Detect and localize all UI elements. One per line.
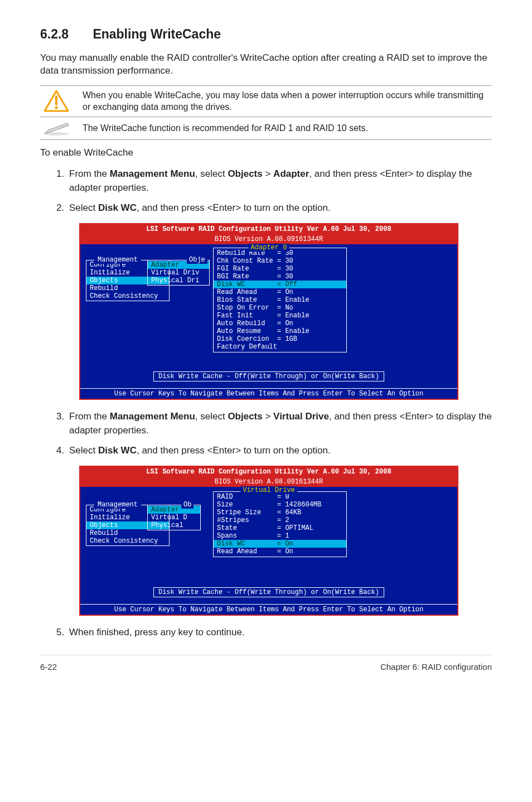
list-item[interactable]: Check Consistency <box>86 537 169 545</box>
property-row[interactable]: Disk WC = On <box>214 540 346 548</box>
bios-title: LSI Software RAID Configuration Utility … <box>80 224 457 234</box>
property-row[interactable]: Read Ahead = On <box>214 288 346 296</box>
svg-marker-4 <box>45 123 69 133</box>
list-item[interactable]: Rebuild <box>86 284 169 292</box>
step-5: When finished, press any key to continue… <box>67 626 492 640</box>
step-1: From the Management Menu, select Objects… <box>67 167 492 195</box>
note-text: The WriteCache function is recommended f… <box>83 122 492 134</box>
property-row[interactable]: Stop On Error = No <box>214 304 346 312</box>
chapter-title: Chapter 6: RAID configuration <box>380 662 492 671</box>
property-row[interactable]: Stripe Size = 64KB <box>214 509 346 516</box>
section-heading: 6.2.8 Enabling WriteCache <box>40 27 492 42</box>
management-menu-label: Management <box>94 256 141 264</box>
adapter-properties[interactable]: Rebuild Rate = 30Chk Const Rate = 30FGI … <box>213 248 347 352</box>
property-row[interactable]: Fast Init = Enable <box>214 312 346 320</box>
property-row[interactable]: Disk Coercion = 1GB <box>214 335 346 343</box>
property-row[interactable]: #Stripes = 2 <box>214 516 346 524</box>
objects-submenu[interactable]: Ob Adapter Virtual D Physical <box>147 505 201 530</box>
divider <box>40 139 492 140</box>
property-row[interactable]: Read Ahead = On <box>214 548 346 555</box>
pencil-icon <box>40 120 72 136</box>
bios-status: Disk Write Cache - Off(Write Through) or… <box>153 371 384 381</box>
submenu-label: Ob <box>181 501 194 509</box>
property-row[interactable]: Bios State = Enable <box>214 296 346 304</box>
property-row[interactable]: State = OPTIMAL <box>214 524 346 532</box>
intro-paragraph: You may manually enable the RAID control… <box>40 52 492 78</box>
svg-point-2 <box>55 107 58 109</box>
list-item[interactable]: Virtual D <box>148 514 200 521</box>
property-row[interactable]: Auto Rebuild = On <box>214 320 346 327</box>
submenu-label: Obje <box>187 256 207 264</box>
adapter-panel-title: Adapter 0 <box>249 244 289 252</box>
bios-screenshot-adapter: LSI Software RAID Configuration Utility … <box>79 223 458 400</box>
property-row[interactable]: RAID = 0 <box>214 493 346 501</box>
section-title-text: Enabling WriteCache <box>93 27 221 41</box>
list-item[interactable]: Check Consistency <box>86 292 169 300</box>
property-row[interactable]: FGI Rate = 30 <box>214 265 346 273</box>
steps-list-cont: From the Management Menu, select Objects… <box>40 410 492 458</box>
bios-title: LSI Software RAID Configuration Utility … <box>80 467 457 477</box>
vd-panel-title: Virtual Drive <box>240 486 297 494</box>
bios-help: Use Cursor Keys To Navigate Between Item… <box>80 388 457 399</box>
steps-list: From the Management Menu, select Objects… <box>40 167 492 215</box>
procedure-title: To enable WriteCache <box>40 147 492 160</box>
property-row[interactable]: Auto Resume = Enable <box>214 327 346 335</box>
property-row[interactable]: BGI Rate = 30 <box>214 273 346 281</box>
list-item[interactable]: Physical <box>148 521 200 529</box>
page-footer: 6-22 Chapter 6: RAID configuration <box>40 655 492 671</box>
steps-list-end: When finished, press any key to continue… <box>40 626 492 640</box>
property-row[interactable]: Size = 1428604MB <box>214 501 346 509</box>
bios-status: Disk Write Cache - Off(Write Through) or… <box>153 587 384 597</box>
objects-submenu[interactable]: Obje Adapter Virtual Driv Physical Dri <box>147 260 210 286</box>
warning-text: When you enable WriteCache, you may lose… <box>83 89 492 113</box>
bios-version: BIOS Version A.08.09161344R <box>80 477 457 487</box>
step-3: From the Management Menu, select Objects… <box>67 410 492 437</box>
property-row[interactable]: Factory Default <box>214 343 346 351</box>
property-row[interactable]: Disk WC = Off <box>214 281 346 288</box>
property-row[interactable]: Chk Const Rate = 30 <box>214 257 346 265</box>
management-menu-label: Management <box>94 501 141 509</box>
property-row[interactable]: Spans = 1 <box>214 532 346 540</box>
bios-screenshot-virtual-drive: LSI Software RAID Configuration Utility … <box>79 466 458 616</box>
step-2: Select Disk WC, and then press <Enter> t… <box>67 201 492 215</box>
list-item[interactable]: Virtual Driv <box>148 269 209 277</box>
virtual-drive-properties[interactable]: RAID = 0Size = 1428604MBStripe Size = 64… <box>213 491 347 557</box>
warning-callout: When you enable WriteCache, you may lose… <box>40 86 492 117</box>
bios-version: BIOS Version A.08.09161344R <box>80 234 457 244</box>
note-callout: The WriteCache function is recommended f… <box>40 117 492 139</box>
section-number: 6.2.8 <box>40 27 89 42</box>
list-item[interactable]: Physical Dri <box>148 277 209 284</box>
warning-icon <box>40 90 72 112</box>
bios-help: Use Cursor Keys To Navigate Between Item… <box>80 604 457 615</box>
page-number: 6-22 <box>40 662 57 671</box>
list-item[interactable]: Rebuild <box>86 529 169 537</box>
step-4: Select Disk WC, and then press <Enter> t… <box>67 444 492 458</box>
